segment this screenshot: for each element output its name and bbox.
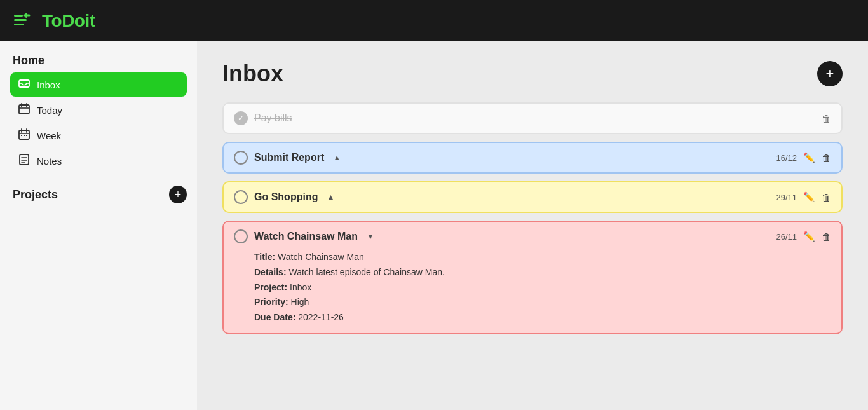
- task-header-pay-bills: Pay bills 🗑: [234, 111, 831, 125]
- details-label: Details:: [254, 267, 287, 277]
- svg-rect-6: [19, 105, 29, 114]
- sidebar-item-week[interactable]: Week: [10, 123, 187, 147]
- delete-icon-pay-bills[interactable]: 🗑: [822, 113, 831, 124]
- task-item-go-shopping: Go Shopping ▲ 29/11 ✏️ 🗑: [222, 181, 843, 213]
- due-date-label: Due Date:: [254, 312, 295, 322]
- delete-icon-submit-report[interactable]: 🗑: [822, 153, 831, 163]
- sidebar-item-today[interactable]: Today: [10, 98, 187, 122]
- task-date-go-shopping: 29/11: [776, 193, 797, 202]
- task-header-watch-chainsaw-man: Watch Chainsaw Man ▼ 26/11 ✏️ 🗑: [234, 229, 831, 243]
- task-detail-title: Title: Watch Chainsaw Man: [254, 250, 831, 265]
- chevron-watch-chainsaw-man[interactable]: ▼: [367, 232, 374, 241]
- task-item-pay-bills: Pay bills 🗑: [222, 102, 843, 134]
- task-circle-go-shopping[interactable]: [234, 190, 248, 204]
- task-right-submit-report: 16/12 ✏️ 🗑: [776, 152, 831, 163]
- priority-value: High: [291, 297, 309, 307]
- app-layout: Home Inbox Today Week Not: [0, 41, 868, 410]
- task-item-watch-chainsaw-man: Watch Chainsaw Man ▼ 26/11 ✏️ 🗑 Title: W…: [222, 221, 843, 334]
- sidebar-item-inbox[interactable]: Inbox: [10, 72, 187, 97]
- app-name: ToDoit: [42, 11, 95, 31]
- svg-rect-14: [21, 135, 22, 136]
- home-section-title: Home: [10, 54, 187, 67]
- details-value: Watch latest episode of Chainsaw Man.: [288, 267, 444, 277]
- task-date-watch-chainsaw-man: 26/11: [776, 232, 797, 242]
- project-label: Project:: [254, 282, 287, 292]
- edit-icon-submit-report[interactable]: ✏️: [803, 152, 815, 163]
- sidebar-item-inbox-label: Inbox: [37, 79, 60, 90]
- svg-rect-0: [14, 15, 23, 17]
- task-item-submit-report: Submit Report ▲ 16/12 ✏️ 🗑: [222, 142, 843, 174]
- task-title-go-shopping: Go Shopping: [254, 191, 318, 203]
- task-title-pay-bills: Pay bills: [254, 113, 292, 124]
- notes-icon: [18, 154, 31, 168]
- page-title: Inbox: [222, 60, 283, 87]
- task-detail-priority: Priority: High: [254, 295, 831, 310]
- svg-rect-1: [14, 19, 27, 21]
- task-right-watch-chainsaw-man: 26/11 ✏️ 🗑: [776, 231, 831, 242]
- edit-icon-watch-chainsaw-man[interactable]: ✏️: [803, 231, 815, 242]
- task-left-watch-chainsaw-man: Watch Chainsaw Man ▼: [234, 229, 374, 243]
- task-circle-pay-bills[interactable]: [234, 111, 248, 125]
- projects-section-header: Projects +: [10, 186, 187, 203]
- svg-rect-16: [26, 135, 27, 136]
- logo: ToDoit: [13, 10, 95, 32]
- logo-icon: [13, 10, 36, 32]
- sidebar-item-today-label: Today: [37, 105, 62, 116]
- task-detail-project: Project: Inbox: [254, 280, 831, 296]
- priority-label: Priority:: [254, 297, 288, 307]
- today-icon: [18, 103, 31, 117]
- task-detail-details: Details: Watch latest episode of Chainsa…: [254, 265, 831, 280]
- week-icon: [18, 128, 31, 142]
- task-left-submit-report: Submit Report ▲: [234, 151, 341, 165]
- projects-title: Projects: [13, 188, 58, 202]
- task-header-go-shopping: Go Shopping ▲ 29/11 ✏️ 🗑: [234, 190, 831, 204]
- task-header-submit-report: Submit Report ▲ 16/12 ✏️ 🗑: [234, 151, 831, 165]
- task-date-submit-report: 16/12: [776, 153, 797, 163]
- task-title-submit-report: Submit Report: [254, 152, 324, 163]
- task-details-watch-chainsaw-man: Title: Watch Chainsaw Man Details: Watch…: [234, 250, 831, 325]
- edit-icon-go-shopping[interactable]: ✏️: [803, 191, 815, 203]
- title-value: Watch Chainsaw Man: [278, 252, 364, 262]
- sidebar-item-notes[interactable]: Notes: [10, 149, 187, 173]
- main-header: Inbox +: [222, 60, 843, 87]
- main-content: Inbox + Pay bills 🗑 Submit Report: [197, 41, 868, 410]
- sidebar-item-notes-label: Notes: [37, 156, 62, 167]
- project-value: Inbox: [290, 282, 311, 292]
- sidebar: Home Inbox Today Week Not: [0, 41, 197, 410]
- app-header: ToDoit: [0, 0, 868, 41]
- task-left-pay-bills: Pay bills: [234, 111, 292, 125]
- task-left-go-shopping: Go Shopping ▲: [234, 190, 334, 204]
- task-detail-due-date: Due Date: 2022-11-26: [254, 310, 831, 325]
- task-title-watch-chainsaw-man: Watch Chainsaw Man: [254, 231, 358, 242]
- due-date-value: 2022-11-26: [298, 312, 344, 322]
- task-right-pay-bills: 🗑: [822, 113, 831, 124]
- task-circle-submit-report[interactable]: [234, 151, 248, 165]
- add-task-button[interactable]: +: [817, 61, 843, 86]
- svg-rect-4: [14, 24, 24, 25]
- delete-icon-go-shopping[interactable]: 🗑: [822, 192, 831, 203]
- task-circle-watch-chainsaw-man[interactable]: [234, 229, 248, 243]
- delete-icon-watch-chainsaw-man[interactable]: 🗑: [822, 231, 831, 242]
- sidebar-item-week-label: Week: [37, 130, 61, 141]
- chevron-submit-report[interactable]: ▲: [333, 153, 341, 162]
- add-project-button[interactable]: +: [169, 186, 187, 203]
- chevron-go-shopping[interactable]: ▲: [327, 193, 334, 202]
- svg-rect-15: [24, 135, 25, 136]
- inbox-icon: [18, 78, 31, 92]
- title-label: Title:: [254, 252, 275, 262]
- task-right-go-shopping: 29/11 ✏️ 🗑: [776, 191, 831, 203]
